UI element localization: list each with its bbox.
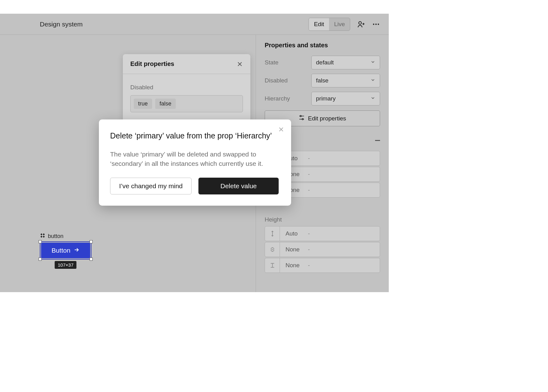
add-user-icon[interactable] — [357, 20, 365, 28]
delete-value-button[interactable]: Delete value — [198, 178, 279, 194]
svg-point-0 — [359, 21, 361, 24]
panel-title: Properties and states — [265, 42, 380, 49]
component-name: button — [48, 233, 63, 240]
svg-rect-9 — [43, 236, 45, 238]
dim-value: Auto — [280, 230, 308, 237]
more-icon[interactable] — [372, 20, 380, 28]
topbar-actions: Edit Live — [309, 18, 380, 31]
height-row-min[interactable]: None - — [265, 242, 380, 257]
edit-properties-panel: Edit properties Disabled true false — [123, 54, 250, 122]
prop-label: Hierarchy — [265, 95, 311, 102]
delete-value-modal: Delete ‘primary’ value from the prop ‘Hi… — [99, 119, 291, 206]
height-label: Height — [265, 216, 380, 223]
edit-panel-body: Disabled true false — [123, 74, 250, 122]
chevron-down-icon — [370, 59, 375, 66]
topbar: Design system Edit Live — [0, 14, 389, 35]
chip-row: true false — [130, 95, 243, 112]
close-icon[interactable] — [278, 126, 284, 134]
prop-row-disabled: Disabled false — [265, 74, 380, 87]
height-row-max[interactable]: None - — [265, 258, 380, 273]
chip-true[interactable]: true — [134, 99, 152, 109]
height-auto-icon — [265, 226, 280, 241]
mode-switch: Edit Live — [309, 18, 350, 31]
live-mode-button[interactable]: Live — [329, 18, 350, 30]
dim-dash: - — [308, 262, 310, 269]
selected-component[interactable]: button Button 107×37 — [40, 233, 91, 259]
height-row-auto[interactable]: Auto - — [265, 226, 380, 241]
chevron-down-icon — [370, 77, 375, 84]
svg-rect-7 — [43, 233, 45, 235]
prop-group-label: Disabled — [130, 84, 243, 91]
chevron-down-icon — [370, 95, 375, 102]
select-value: false — [316, 77, 328, 84]
svg-point-3 — [378, 23, 379, 25]
page-title: Design system — [40, 21, 83, 28]
size-badge: 107×37 — [55, 261, 77, 269]
dim-dash: - — [308, 155, 310, 162]
svg-point-5 — [302, 119, 303, 120]
resize-handle-tr[interactable] — [90, 240, 93, 243]
button-text: Button — [52, 247, 71, 254]
modal-actions: I’ve changed my mind Delete value — [110, 178, 279, 194]
prop-row-hierarchy: Hierarchy primary — [265, 92, 380, 105]
selection-frame[interactable]: Button 107×37 — [40, 241, 91, 259]
edit-properties-label: Edit properties — [308, 115, 346, 122]
modal-body: The value ‘primary’ will be deleted and … — [110, 150, 279, 169]
prop-label: State — [265, 59, 311, 66]
dim-dash: - — [308, 171, 310, 178]
resize-handle-br[interactable] — [90, 258, 93, 261]
dim-dash: - — [308, 246, 310, 253]
disabled-select[interactable]: false — [311, 74, 380, 87]
minus-icon — [375, 140, 380, 141]
dim-value: None — [280, 262, 308, 269]
close-icon[interactable] — [237, 61, 243, 67]
chip-false[interactable]: false — [155, 99, 176, 109]
edit-panel-header: Edit properties — [123, 54, 250, 74]
dim-dash: - — [308, 230, 310, 237]
dim-value: None — [280, 246, 308, 253]
state-select[interactable]: default — [311, 56, 380, 69]
sliders-icon — [299, 114, 305, 122]
select-value: default — [316, 59, 334, 66]
hierarchy-select[interactable]: primary — [311, 92, 380, 105]
select-value: primary — [316, 95, 336, 102]
height-max-icon — [265, 258, 280, 273]
component-label-row: button — [40, 233, 91, 240]
button-preview[interactable]: Button — [41, 243, 90, 258]
svg-point-2 — [375, 23, 377, 25]
prop-label: Disabled — [265, 77, 311, 84]
svg-point-1 — [373, 23, 374, 25]
edit-mode-button[interactable]: Edit — [309, 18, 329, 30]
cancel-button[interactable]: I’ve changed my mind — [110, 178, 192, 194]
resize-handle-bl[interactable] — [39, 258, 42, 261]
height-min-icon — [265, 242, 280, 257]
arrow-right-icon — [73, 247, 80, 254]
edit-panel-title: Edit properties — [130, 60, 174, 68]
svg-point-4 — [300, 115, 301, 117]
dim-dash: - — [308, 187, 310, 194]
prop-row-state: State default — [265, 56, 380, 69]
svg-rect-6 — [40, 233, 42, 235]
svg-rect-8 — [40, 236, 42, 238]
modal-title: Delete ‘primary’ value from the prop ‘Hi… — [110, 131, 279, 141]
component-icon — [40, 233, 45, 240]
